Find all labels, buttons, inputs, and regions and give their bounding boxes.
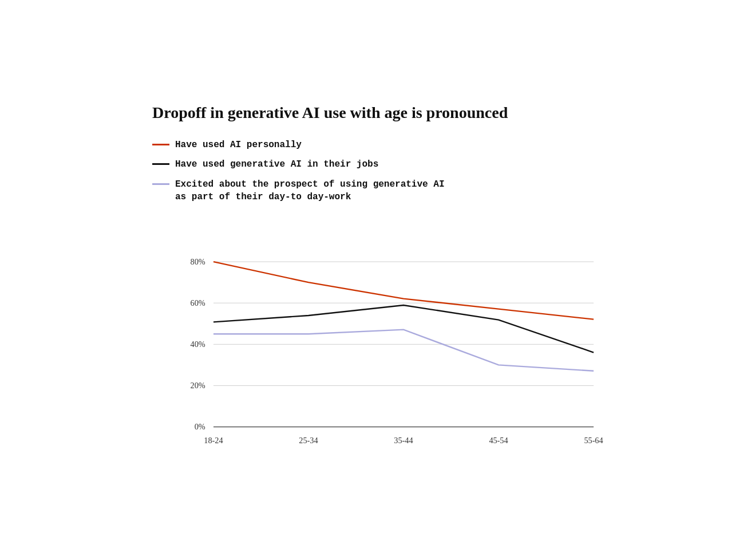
xlabel-55-64: 55-64 (584, 436, 603, 445)
chart-container: Dropoff in generative AI use with age is… (118, 80, 633, 480)
legend-item-red: Have used AI personally (152, 139, 604, 151)
legend-label-black: Have used generative AI in their jobs (175, 158, 378, 171)
legend-item-black: Have used generative AI in their jobs (152, 158, 604, 171)
series-lavender (214, 330, 594, 371)
xlabel-45-54: 45-54 (489, 436, 508, 445)
xlabel-35-44: 35-44 (394, 436, 413, 445)
chart-plot-area: 80% 60% 40% 20% 0% 18-24 25-34 35-44 45-… (181, 220, 604, 451)
legend-label-red: Have used AI personally (175, 139, 302, 151)
legend-item-lavender: Excited about the prospect of using gene… (152, 178, 604, 204)
legend-line-lavender (152, 183, 169, 185)
series-red (214, 262, 594, 320)
legend-label-lavender: Excited about the prospect of using gene… (175, 178, 444, 204)
legend-line-black (152, 163, 169, 165)
ylabel-60: 60% (191, 298, 205, 307)
ylabel-40: 40% (191, 340, 205, 349)
ylabel-0: 0% (195, 423, 205, 432)
chart-svg: 80% 60% 40% 20% 0% 18-24 25-34 35-44 45-… (181, 220, 604, 448)
ylabel-80: 80% (191, 257, 205, 266)
chart-title: Dropoff in generative AI use with age is… (152, 103, 604, 123)
xlabel-25-34: 25-34 (299, 436, 318, 445)
ylabel-20: 20% (191, 381, 205, 390)
legend-line-red (152, 144, 169, 145)
series-black (214, 305, 594, 353)
xlabel-18-24: 18-24 (204, 436, 223, 445)
legend: Have used AI personally Have used genera… (152, 139, 604, 204)
